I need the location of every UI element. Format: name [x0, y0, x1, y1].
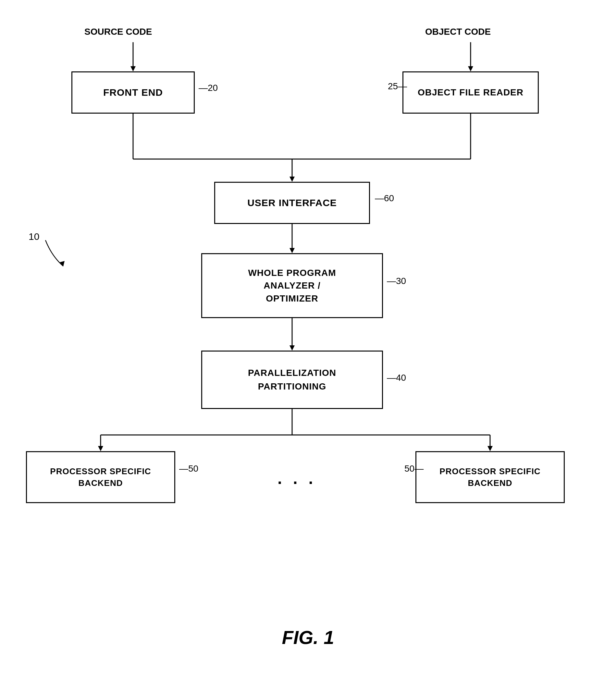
object-file-reader-box: OBJECT FILE READER — [402, 72, 539, 114]
ref-label-30: —30 — [387, 276, 406, 286]
source-code-label: SOURCE CODE — [84, 27, 152, 37]
svg-marker-19 — [60, 261, 65, 266]
ref-label-50-left: —50 — [179, 463, 198, 474]
ref-label-25: 25— — [388, 81, 407, 92]
ref-label-20: —20 — [199, 83, 218, 93]
svg-marker-3 — [468, 66, 473, 72]
svg-marker-10 — [290, 248, 295, 253]
diagram-container: SOURCE CODE OBJECT CODE FRONT END OBJECT… — [0, 0, 616, 693]
object-code-label: OBJECT CODE — [425, 27, 491, 37]
parallelization-partitioning-box: PARALLELIZATIONPARTITIONING — [201, 351, 383, 409]
figure-title: FIG. 1 — [0, 627, 616, 648]
front-end-box: FRONT END — [72, 72, 195, 114]
whole-program-analyzer-box: WHOLE PROGRAMANALYZER /OPTIMIZER — [201, 253, 383, 318]
svg-marker-18 — [488, 446, 493, 451]
backend-right-box: PROCESSOR SPECIFICBACKEND — [415, 451, 565, 503]
backend-left-box: PROCESSOR SPECIFICBACKEND — [26, 451, 175, 503]
svg-marker-12 — [290, 345, 295, 351]
ref-label-60: —60 — [375, 193, 394, 203]
svg-marker-1 — [131, 66, 136, 72]
user-interface-box: USER INTERFACE — [214, 182, 370, 224]
svg-marker-16 — [98, 446, 103, 451]
ref-label-40: —40 — [387, 373, 406, 383]
ref-label-50-right: 50— — [404, 463, 423, 474]
svg-marker-8 — [290, 177, 295, 182]
dots-label: . . . — [278, 469, 316, 488]
ref-label-10: 10 — [28, 231, 39, 242]
